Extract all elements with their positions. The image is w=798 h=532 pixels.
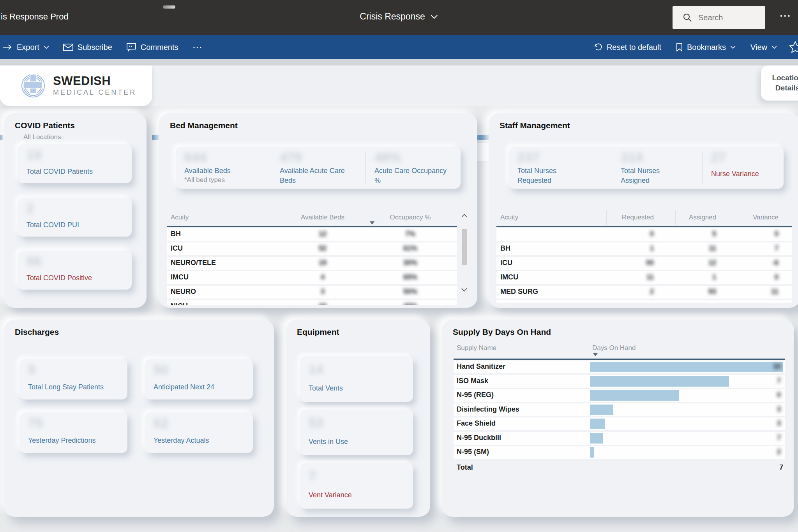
equipment-card: Equipment 14 Total Vents 53 Vents in Use… bbox=[286, 320, 430, 517]
report-title-dropdown[interactable]: Crisis Response bbox=[360, 11, 438, 22]
bookmarks-label: Bookmarks bbox=[687, 43, 726, 52]
kpi-vent-variance[interactable]: 7 Vent Variance bbox=[300, 463, 413, 509]
kpi-label: Anticipated Next 24 bbox=[154, 382, 214, 392]
table-row[interactable]: IMCU 11 1 0 bbox=[496, 271, 792, 284]
table-row-clipped[interactable] bbox=[496, 300, 792, 303]
comments-button[interactable]: Comments bbox=[126, 43, 178, 52]
kpi-label: Nurse Variance bbox=[711, 169, 759, 179]
undo-icon bbox=[594, 43, 602, 51]
kpi-note: *All bed types bbox=[184, 176, 225, 184]
view-button[interactable]: View bbox=[750, 43, 777, 52]
kpi-value-redacted: 14 bbox=[309, 362, 323, 377]
card-title: Equipment bbox=[297, 327, 339, 337]
workspace-title: is Response Prod bbox=[1, 12, 69, 22]
kpi-value-redacted: 237 bbox=[517, 150, 540, 165]
kpi-label: Total Nurses Assigned bbox=[621, 166, 687, 186]
table-row[interactable]: 0 5 0 bbox=[496, 228, 792, 241]
bed-kpi-strip[interactable]: 644 Available Beds *All bed types 479 Av… bbox=[176, 147, 461, 189]
kpi-value-redacted: 75 bbox=[28, 415, 43, 431]
table-row[interactable]: N-95 (REG) 0 bbox=[454, 389, 785, 402]
accent-strip-left bbox=[0, 135, 3, 140]
chevron-down-icon bbox=[431, 14, 438, 19]
kpi-vents-in-use[interactable]: 53 Vents in Use bbox=[300, 410, 413, 455]
table-row[interactable]: NEURO/TELE 19 30% bbox=[167, 257, 457, 270]
favorite-star-icon[interactable] bbox=[789, 41, 798, 53]
table-row-clipped[interactable]: NICU 44 40% bbox=[167, 300, 457, 305]
table-row[interactable]: Hand Sanitizer 10 bbox=[454, 361, 785, 373]
kpi-yesterday-actuals[interactable]: 62 Yesterday Actuals bbox=[145, 412, 253, 453]
card-title: Supply By Days On Hand bbox=[453, 327, 551, 337]
column-header-acuity[interactable]: Acuity bbox=[500, 214, 518, 221]
covid-patients-card: COVID Patients All Locations 19 Total CO… bbox=[4, 113, 147, 308]
table-row[interactable]: ICU 52 61% bbox=[167, 242, 457, 255]
column-header-days-on-hand[interactable]: Days On Hand bbox=[592, 344, 636, 352]
more-options-button[interactable]: ⋯ bbox=[779, 9, 792, 22]
kpi-value-redacted: 2 bbox=[26, 201, 34, 216]
chevron-down-icon bbox=[730, 46, 736, 49]
kpi-total-covid-positive[interactable]: 56 Total COVID Positive bbox=[18, 251, 132, 290]
kpi-label: Total COVID Patients bbox=[26, 167, 93, 177]
column-header-requested[interactable]: Requested bbox=[595, 214, 654, 221]
column-header-supply-name[interactable]: Supply Name bbox=[457, 344, 496, 352]
total-value: 7 bbox=[779, 463, 783, 472]
table-total-row: Total 7 bbox=[454, 460, 785, 474]
staff-kpi-strip[interactable]: 237 Total Nurses Requested 314 Total Nur… bbox=[509, 147, 784, 189]
kpi-total-long-stay[interactable]: 9 Total Long Stay Patients bbox=[19, 359, 127, 399]
search-input[interactable]: Search bbox=[673, 6, 765, 29]
kpi-label: Total Vents bbox=[309, 384, 343, 393]
days-on-hand-bar bbox=[590, 447, 594, 458]
column-header-occupancy[interactable]: Occupancy % bbox=[377, 214, 443, 221]
column-header-assigned[interactable]: Assigned bbox=[658, 214, 716, 221]
table-row[interactable]: ISO Mask 7 bbox=[454, 375, 785, 388]
kpi-value-redacted: 62 bbox=[154, 415, 168, 431]
supply-table: Supply Name Days On Hand Hand Sanitizer … bbox=[454, 341, 785, 497]
scrollbar-thumb[interactable] bbox=[462, 229, 467, 265]
hospital-logo: SWEDISH MEDICAL CENTER bbox=[0, 65, 152, 106]
more-commands-button[interactable]: ⋯ bbox=[192, 41, 202, 53]
sort-descending-icon bbox=[593, 353, 598, 356]
reset-to-default-button[interactable]: Reset to default bbox=[594, 43, 661, 52]
reset-label: Reset to default bbox=[607, 43, 661, 52]
swedish-emblem-icon bbox=[20, 72, 46, 100]
kpi-total-covid-pui[interactable]: 2 Total COVID PUI bbox=[18, 198, 132, 237]
kpi-total-covid-patients[interactable]: 19 Total COVID Patients bbox=[18, 144, 132, 183]
table-row[interactable]: NEURO 3 50% bbox=[167, 286, 457, 299]
column-header-acuity[interactable]: Acuity bbox=[171, 214, 189, 221]
report-title: Crisis Response bbox=[360, 11, 425, 22]
kpi-value-redacted: 56 bbox=[26, 254, 41, 269]
bed-acuity-table: Acuity Available Beds Occupancy % BH 12 … bbox=[167, 210, 469, 305]
table-row[interactable]: Disinfecting Wipes 3 bbox=[454, 403, 785, 416]
table-row[interactable]: Face Shield 3 bbox=[454, 417, 785, 430]
kpi-value-redacted: 644 bbox=[184, 150, 207, 165]
search-placeholder: Search bbox=[698, 13, 723, 22]
subscribe-button[interactable]: Subscribe bbox=[63, 43, 112, 52]
view-label: View bbox=[750, 43, 767, 52]
app-title-bar: is Response Prod Crisis Response Search … bbox=[0, 0, 798, 35]
table-row[interactable]: ICU 00 12 -6 bbox=[496, 257, 792, 270]
bookmarks-button[interactable]: Bookmarks bbox=[676, 43, 736, 52]
kpi-value-redacted: 27 bbox=[711, 150, 726, 165]
column-header-variance[interactable]: Variance bbox=[720, 214, 779, 221]
table-row[interactable]: N-95 (SM) 2 bbox=[454, 446, 785, 459]
table-row[interactable]: BH 1 11 7 bbox=[496, 242, 792, 255]
staff-management-card: Staff Management 237 Total Nurses Reques… bbox=[489, 113, 798, 308]
report-action-bar: Export Subscribe Comments ⋯ bbox=[0, 35, 798, 59]
table-row[interactable]: IMCU 4 65% bbox=[167, 271, 457, 284]
card-title: Staff Management bbox=[500, 121, 570, 130]
kpi-total-vents[interactable]: 14 Total Vents bbox=[300, 356, 413, 402]
comment-bubble-icon bbox=[126, 43, 136, 51]
kpi-anticipated-next-24[interactable]: 50 Anticipated Next 24 bbox=[145, 359, 253, 399]
scroll-up-icon[interactable] bbox=[461, 214, 468, 218]
column-header-available-beds[interactable]: Available Beds bbox=[284, 214, 362, 221]
location-details-button[interactable]: Location Details bbox=[761, 65, 798, 101]
card-title: Bed Management bbox=[170, 121, 238, 130]
export-button[interactable]: Export bbox=[3, 43, 49, 52]
bookmark-icon bbox=[676, 43, 683, 51]
kpi-yesterday-predictions[interactable]: 75 Yesterday Predictions bbox=[19, 412, 127, 453]
scroll-down-icon[interactable] bbox=[461, 288, 468, 292]
table-row[interactable]: MED SURG 2 93 11 bbox=[496, 286, 792, 299]
table-row[interactable]: N-95 Duckbill 7 bbox=[454, 432, 785, 445]
table-row[interactable]: BH 12 7% bbox=[167, 228, 457, 241]
kpi-value-redacted: 53 bbox=[309, 415, 323, 430]
days-on-hand-bar bbox=[590, 362, 783, 372]
